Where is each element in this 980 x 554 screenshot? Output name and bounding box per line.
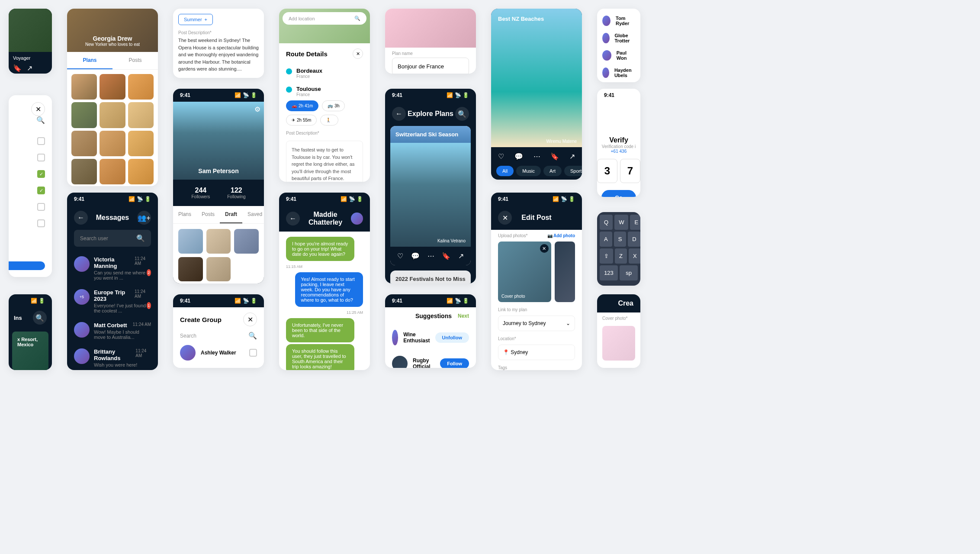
food-photo[interactable] — [100, 102, 125, 128]
back-icon[interactable]: ← — [392, 107, 406, 121]
followers-count[interactable]: 244 — [191, 187, 210, 194]
keyboard-key[interactable]: S — [614, 232, 627, 247]
checkbox[interactable] — [37, 203, 45, 211]
cover-photo-placeholder[interactable] — [602, 326, 635, 361]
keyboard-key[interactable]: Q — [600, 215, 613, 230]
following-count[interactable]: 122 — [227, 187, 245, 194]
share-icon[interactable]: ↗ — [27, 64, 32, 72]
user-row[interactable]: Globe Trotter — [597, 29, 640, 47]
keyboard-key[interactable]: D — [628, 232, 640, 247]
location-search[interactable]: Add location — [289, 16, 354, 21]
user-row[interactable]: Ashley Walker — [173, 340, 264, 366]
message-row[interactable]: Brittany Rowlands11:24 AM Wish you were … — [67, 344, 158, 370]
search-icon[interactable]: 🔍 — [136, 234, 145, 242]
food-photo[interactable] — [128, 74, 154, 100]
checkbox[interactable] — [37, 137, 45, 145]
tab-plans[interactable]: Plans — [67, 52, 112, 69]
search-icon[interactable]: 🔍 — [248, 332, 257, 340]
chat-avatar[interactable] — [351, 213, 363, 225]
close-icon[interactable]: ✕ — [498, 211, 512, 225]
checkbox[interactable] — [249, 349, 257, 357]
verify-digit[interactable]: 3 — [597, 159, 617, 183]
keyboard-key[interactable]: sp — [620, 265, 638, 280]
food-photo[interactable] — [71, 131, 97, 156]
bookmark-icon[interactable]: 🔖 — [442, 252, 450, 260]
post-description[interactable]: The best weekend in Sydney! The Opera Ho… — [178, 37, 259, 73]
tab-plans[interactable]: Plans — [173, 206, 196, 223]
continue-button[interactable]: Co — [601, 190, 636, 197]
follow-button[interactable]: Follow — [440, 358, 469, 368]
unfollow-button[interactable]: Unfollow — [435, 332, 469, 343]
keyboard-key[interactable]: A — [600, 232, 612, 247]
food-photo[interactable] — [71, 74, 97, 100]
verify-digit[interactable]: 7 — [620, 159, 640, 183]
tab-draft[interactable]: Draft — [220, 206, 242, 223]
submit-button[interactable] — [9, 261, 45, 270]
heart-icon[interactable]: ♡ — [397, 252, 403, 260]
checkbox-checked[interactable]: ✓ — [37, 170, 45, 178]
food-photo[interactable] — [71, 102, 97, 128]
user-avatar[interactable] — [392, 356, 408, 368]
draft-photo[interactable] — [178, 229, 203, 254]
transport-option[interactable]: 🚗2h 41m — [286, 100, 318, 111]
pill-music[interactable]: Music — [516, 166, 541, 176]
close-icon[interactable]: ✕ — [353, 48, 363, 59]
food-photo[interactable] — [71, 159, 97, 184]
transport-option[interactable]: 🚌3h — [322, 100, 345, 111]
search-input[interactable]: Search user — [80, 235, 136, 242]
more-icon[interactable]: ⋯ — [533, 152, 540, 161]
message-row[interactable]: +5 Europe Trip 202311:24 AM Everyone! I'… — [67, 285, 158, 318]
checkbox[interactable] — [37, 219, 45, 227]
share-icon[interactable]: ↗ — [569, 152, 575, 161]
checkbox-checked[interactable]: ✓ — [37, 187, 45, 194]
more-icon[interactable]: ⋯ — [427, 252, 434, 260]
user-row[interactable]: Adam Pretorius — [173, 366, 264, 368]
secondary-photo[interactable] — [555, 242, 575, 302]
remove-photo-icon[interactable]: ✕ — [540, 244, 549, 253]
plan-name-input[interactable] — [392, 58, 469, 74]
draft-photo[interactable] — [178, 257, 203, 282]
route-description[interactable]: The fastest way to get to Toulouse is by… — [286, 141, 363, 182]
back-icon[interactable]: ← — [286, 212, 300, 225]
search-icon[interactable]: 🔍 — [354, 16, 360, 21]
keyboard-key[interactable]: X — [629, 248, 640, 264]
add-user-icon[interactable]: 👥+ — [137, 211, 151, 225]
keyboard-key[interactable]: W — [614, 215, 628, 230]
plan-select[interactable]: Journey to Sydney⌄ — [498, 316, 575, 331]
transport-option[interactable]: 🚶 — [320, 115, 338, 126]
search-icon[interactable]: 🔍 — [33, 311, 47, 325]
pill-sports[interactable]: Sports — [564, 166, 582, 176]
food-photo[interactable] — [128, 131, 154, 156]
tag-summer[interactable]: Summer + — [178, 14, 213, 25]
message-row[interactable]: Matt Corbett11:24 AM Wow! Maybe I should… — [67, 318, 158, 344]
search-icon[interactable]: 🔍 — [36, 116, 45, 124]
transport-option[interactable]: ✈2h 55m — [286, 115, 317, 126]
plan-card-title[interactable]: 2022 Festivals Not to Miss — [390, 271, 471, 283]
food-photo[interactable] — [128, 159, 154, 184]
next-button[interactable]: Next — [458, 313, 469, 319]
plan-card-title[interactable]: Switzerland Ski Season — [390, 126, 471, 143]
heart-icon[interactable]: ♡ — [498, 152, 504, 161]
user-row[interactable]: Tom Ryder — [597, 12, 640, 29]
message-row[interactable]: Victoria Manning11:24 AM Can you send me… — [67, 252, 158, 285]
cover-photo[interactable]: ✕ Cover photo — [498, 242, 551, 302]
user-row[interactable]: Hayden Ubels — [597, 64, 640, 81]
bookmark-icon[interactable]: 🔖 — [550, 152, 559, 161]
back-icon[interactable]: ← — [74, 211, 88, 225]
comment-icon[interactable]: 💬 — [411, 252, 420, 260]
search-icon[interactable]: 🔍 — [455, 107, 469, 121]
food-photo[interactable] — [128, 102, 154, 128]
draft-photo[interactable] — [206, 257, 231, 282]
tab-posts[interactable]: Posts — [112, 52, 158, 69]
close-icon[interactable]: ✕ — [243, 312, 257, 326]
user-avatar[interactable] — [392, 330, 398, 345]
pill-all[interactable]: All — [496, 166, 514, 176]
keyboard-key[interactable]: 123 — [600, 265, 618, 280]
food-photo[interactable] — [100, 159, 125, 184]
food-photo[interactable] — [100, 131, 125, 156]
add-photo-button[interactable]: 📷 Add photo — [547, 233, 575, 238]
draft-photo[interactable] — [206, 229, 231, 254]
keyboard-key[interactable]: ⇧ — [600, 248, 613, 264]
checkbox[interactable] — [37, 154, 45, 161]
search-input[interactable]: Search — [180, 333, 245, 339]
